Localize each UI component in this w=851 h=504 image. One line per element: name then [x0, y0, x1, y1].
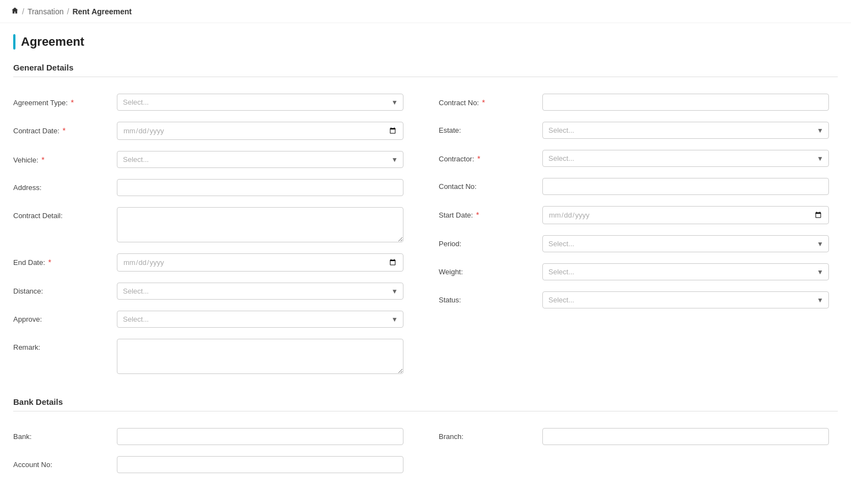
breadcrumb-separator2: /: [67, 7, 69, 16]
remark-label: Remark:: [13, 339, 112, 351]
estate-row: Estate: Select... ▼: [439, 116, 838, 144]
bank-right-col: Branch:: [425, 422, 838, 479]
general-details-section: General Details Agreement Type: * Select…: [13, 63, 838, 380]
weight-select-wrapper: Select... ▼: [542, 263, 829, 280]
estate-label: Estate:: [439, 122, 538, 134]
page-title: Agreement: [21, 35, 84, 49]
approve-select-wrapper: Select... ▼: [117, 311, 403, 328]
account-no-label: Account No:: [13, 456, 112, 469]
remark-textarea[interactable]: [117, 339, 403, 374]
distance-select[interactable]: Select...: [117, 283, 403, 300]
estate-select-wrapper: Select... ▼: [542, 122, 829, 139]
distance-row: Distance: Select... ▼: [13, 277, 412, 305]
bank-label: Bank:: [13, 428, 112, 441]
distance-label: Distance:: [13, 283, 112, 295]
contract-no-input[interactable]: [542, 94, 829, 111]
contract-date-input[interactable]: [117, 122, 403, 140]
contract-no-row: Contract No: *: [439, 88, 838, 116]
agreement-type-select[interactable]: Select...: [117, 94, 403, 111]
breadcrumb-separator: /: [22, 7, 24, 16]
branch-row: Branch:: [439, 422, 838, 451]
weight-select[interactable]: Select...: [542, 263, 829, 280]
contractor-select[interactable]: Select...: [542, 150, 829, 167]
bank-details-section: Bank Details Bank: Account No:: [13, 397, 838, 479]
home-icon: [11, 7, 19, 16]
end-date-row: End Date: *: [13, 248, 412, 277]
end-date-required: *: [48, 258, 51, 267]
contractor-row: Contractor: * Select... ▼: [439, 144, 838, 172]
page-title-wrapper: Agreement: [13, 34, 838, 50]
contract-detail-row: Contract Detail:: [13, 202, 412, 248]
period-row: Period: Select... ▼: [439, 230, 838, 258]
contract-date-row: Contract Date: *: [13, 116, 412, 145]
status-select[interactable]: Select...: [542, 291, 829, 308]
period-select[interactable]: Select...: [542, 235, 829, 252]
bank-details-title: Bank Details: [13, 397, 838, 407]
address-row: Address:: [13, 174, 412, 202]
agreement-type-label: Agreement Type: *: [13, 94, 112, 107]
approve-row: Approve: Select... ▼: [13, 305, 412, 333]
start-date-required: *: [476, 210, 479, 219]
contractor-label: Contractor: *: [439, 150, 538, 163]
bank-left-col: Bank: Account No:: [13, 422, 425, 479]
general-divider: [13, 77, 838, 77]
general-left-col: Agreement Type: * Select... ▼ Contract D…: [13, 88, 425, 380]
bank-divider: [13, 411, 838, 411]
breadcrumb-transation[interactable]: Transation: [28, 7, 64, 16]
general-right-col: Contract No: * Estate: Select... ▼: [425, 88, 838, 380]
vehicle-label: Vehicle: *: [13, 151, 112, 164]
contact-no-label: Contact No:: [439, 178, 538, 191]
contract-date-label: Contract Date: *: [13, 122, 112, 135]
address-label: Address:: [13, 179, 112, 192]
weight-row: Weight: Select... ▼: [439, 258, 838, 286]
contract-detail-textarea[interactable]: [117, 207, 403, 242]
start-date-input[interactable]: [542, 206, 829, 224]
branch-input[interactable]: [542, 428, 829, 445]
status-row: Status: Select... ▼: [439, 286, 838, 314]
address-input[interactable]: [117, 179, 403, 196]
estate-select[interactable]: Select...: [542, 122, 829, 139]
vehicle-required: *: [41, 155, 44, 164]
account-no-input[interactable]: [117, 456, 403, 473]
contract-no-label: Contract No: *: [439, 94, 538, 107]
breadcrumb-current: Rent Agreement: [72, 7, 132, 16]
period-label: Period:: [439, 235, 538, 248]
bank-input[interactable]: [117, 428, 403, 445]
approve-select[interactable]: Select...: [117, 311, 403, 328]
bank-row: Bank:: [13, 422, 412, 451]
contract-detail-label: Contract Detail:: [13, 207, 112, 220]
vehicle-row: Vehicle: * Select... ▼: [13, 145, 412, 174]
weight-label: Weight:: [439, 263, 538, 276]
account-no-row: Account No:: [13, 451, 412, 479]
agreement-type-row: Agreement Type: * Select... ▼: [13, 88, 412, 116]
agreement-type-select-wrapper: Select... ▼: [117, 94, 403, 111]
vehicle-select[interactable]: Select...: [117, 151, 403, 168]
contractor-select-wrapper: Select... ▼: [542, 150, 829, 167]
vehicle-select-wrapper: Select... ▼: [117, 151, 403, 168]
contract-date-required: *: [62, 126, 65, 135]
contract-no-required: *: [482, 98, 485, 107]
contact-no-row: Contact No:: [439, 172, 838, 200]
period-select-wrapper: Select... ▼: [542, 235, 829, 252]
distance-select-wrapper: Select... ▼: [117, 283, 403, 300]
end-date-input[interactable]: [117, 253, 403, 272]
breadcrumb: / Transation / Rent Agreement: [0, 0, 851, 23]
remark-row: Remark:: [13, 333, 412, 380]
agreement-type-required: *: [71, 98, 73, 107]
general-details-title: General Details: [13, 63, 838, 72]
contact-no-input[interactable]: [542, 178, 829, 195]
contractor-required: *: [477, 154, 480, 163]
status-select-wrapper: Select... ▼: [542, 291, 829, 308]
start-date-row: Start Date: *: [439, 200, 838, 230]
status-label: Status:: [439, 291, 538, 304]
branch-label: Branch:: [439, 428, 538, 441]
page-title-bar: [13, 34, 15, 50]
end-date-label: End Date: *: [13, 253, 112, 267]
approve-label: Approve:: [13, 311, 112, 323]
start-date-label: Start Date: *: [439, 206, 538, 219]
